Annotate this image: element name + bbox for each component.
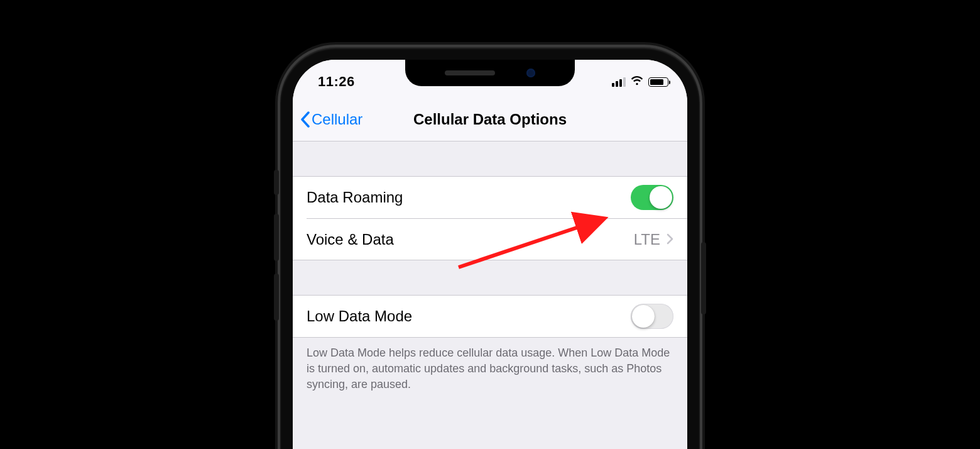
cellular-signal-icon xyxy=(612,77,626,87)
power-button xyxy=(701,242,706,314)
toggle-knob xyxy=(632,305,655,328)
status-indicators xyxy=(612,75,668,88)
back-button[interactable]: Cellular xyxy=(293,111,368,128)
row-label: Voice & Data xyxy=(307,231,394,248)
data-roaming-toggle[interactable] xyxy=(631,185,673,210)
row-voice-and-data[interactable]: Voice & Data LTE xyxy=(307,218,687,260)
navbar: Cellular Cellular Data Options xyxy=(293,97,687,141)
volume-down-button xyxy=(274,274,279,321)
settings-content: Data Roaming Voice & Data LTE xyxy=(293,141,687,408)
group-cellular-options: Data Roaming Voice & Data LTE xyxy=(293,176,687,260)
row-data-roaming[interactable]: Data Roaming xyxy=(293,177,687,218)
volume-up-button xyxy=(274,214,279,261)
status-time: 11:26 xyxy=(318,74,355,90)
wifi-icon xyxy=(630,75,644,88)
screen: 11:26 xyxy=(293,60,687,449)
row-label: Low Data Mode xyxy=(307,308,412,325)
row-low-data-mode[interactable]: Low Data Mode xyxy=(293,296,687,337)
row-right: LTE xyxy=(634,231,673,248)
group-spacer xyxy=(293,260,687,295)
low-data-footer-note: Low Data Mode helps reduce cellular data… xyxy=(293,338,687,408)
notch xyxy=(405,60,575,86)
phone-frame: 11:26 xyxy=(280,47,700,449)
back-label: Cellular xyxy=(312,111,362,128)
mute-switch xyxy=(274,170,279,195)
row-value: LTE xyxy=(634,231,660,248)
low-data-mode-toggle[interactable] xyxy=(631,304,673,329)
group-spacer xyxy=(293,141,687,176)
toggle-knob xyxy=(650,186,672,209)
battery-icon xyxy=(648,77,668,87)
front-camera xyxy=(526,69,535,77)
speaker-grille xyxy=(445,70,495,75)
chevron-left-icon xyxy=(300,111,310,128)
group-low-data: Low Data Mode xyxy=(293,295,687,338)
chevron-right-icon xyxy=(667,231,673,248)
row-label: Data Roaming xyxy=(307,189,403,206)
stage: 11:26 xyxy=(0,0,980,449)
